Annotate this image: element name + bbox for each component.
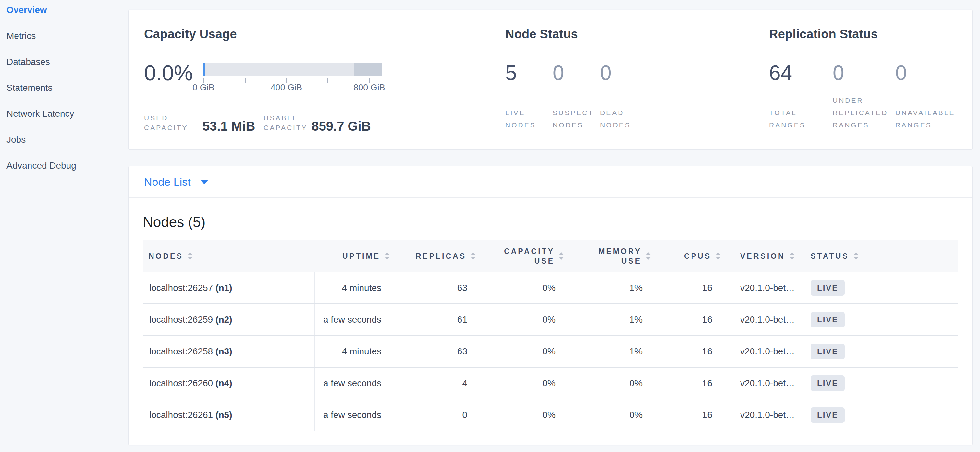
live-nodes-label: LIVE NODES	[505, 107, 548, 131]
used-capacity-label: USED CAPACITY	[144, 113, 187, 133]
node-list-selector-row: Node List	[129, 167, 972, 198]
sidebar-item-databases[interactable]: Databases	[6, 57, 128, 67]
table-row: localhost:26261(n5) a few seconds 0 0% 0…	[143, 399, 958, 431]
nodes-table-area: Nodes (5) NODES UPTIME REPLICAS CAPACITY…	[129, 214, 972, 431]
sidebar-item-overview[interactable]: Overview	[6, 5, 128, 15]
capacity-use-cell: 0%	[484, 272, 572, 304]
status-cell: LIVE	[798, 272, 958, 304]
replicas-cell: 63	[398, 336, 484, 367]
status-badge: LIVE	[811, 376, 845, 391]
node-name-cell[interactable]: localhost:26259(n2)	[143, 304, 315, 336]
axis-label-0gib: 0 GiB	[192, 83, 215, 93]
column-header-uptime[interactable]: UPTIME	[315, 240, 398, 272]
node-list-dropdown[interactable]: Node List	[144, 176, 208, 189]
sort-icon	[471, 252, 476, 260]
suspect-nodes-count: 0	[553, 63, 600, 83]
live-nodes-count: 5	[505, 63, 553, 83]
node-status-stats: 5 0 0 LIVE NODES SUSPECT NODES DEAD NODE…	[505, 63, 769, 131]
memory-use-cell: 1%	[572, 272, 659, 304]
nodes-table-heading: Nodes (5)	[143, 214, 958, 230]
suspect-nodes-label: SUSPECT NODES	[553, 107, 595, 131]
capacity-usage-title: Capacity Usage	[144, 27, 505, 41]
column-header-replicas[interactable]: REPLICAS	[398, 240, 484, 272]
status-cell: LIVE	[798, 336, 958, 367]
usable-capacity-value: 859.7 GiB	[312, 120, 371, 133]
node-name-cell[interactable]: localhost:26261(n5)	[143, 399, 315, 431]
replication-stats: 64 0 0 TOTAL RANGES UNDER-REPLICATED RAN…	[769, 63, 957, 131]
sort-icon	[789, 252, 795, 260]
sort-icon	[646, 252, 651, 260]
status-cell: LIVE	[798, 304, 958, 336]
memory-use-cell: 0%	[572, 399, 659, 431]
nodes-table: NODES UPTIME REPLICAS CAPACITY USE MEMOR…	[143, 240, 958, 431]
sidebar-item-advanced-debug[interactable]: Advanced Debug	[6, 161, 128, 171]
capacity-bar-used-indicator	[204, 63, 205, 76]
column-header-cpus[interactable]: CPUS	[659, 240, 729, 272]
sort-icon	[385, 252, 390, 260]
dead-nodes-label: DEAD NODES	[600, 107, 643, 131]
uptime-cell: 4 minutes	[315, 336, 398, 367]
capacity-use-cell: 0%	[484, 304, 572, 336]
capacity-stats: USED CAPACITY 53.1 MiB USABLE CAPACITY 8…	[144, 113, 505, 133]
node-name-cell[interactable]: localhost:26260(n4)	[143, 367, 315, 399]
version-cell: v20.1.0-bet…	[729, 272, 798, 304]
version-cell: v20.1.0-bet…	[729, 304, 798, 336]
capacity-axis-labels: 0 GiB 400 GiB 800 GiB	[204, 83, 369, 92]
capacity-usage-section: Capacity Usage 0.0% 0 GiB 400 GiB 800 Gi…	[144, 10, 505, 149]
column-header-nodes[interactable]: NODES	[143, 240, 315, 272]
sidebar-item-metrics[interactable]: Metrics	[6, 31, 128, 41]
replicas-cell: 61	[398, 304, 484, 336]
capacity-use-cell: 0%	[484, 399, 572, 431]
node-status-section: Node Status 5 0 0 LIVE NODES SUSPECT NOD…	[505, 10, 769, 149]
capacity-use-cell: 0%	[484, 336, 572, 367]
uptime-cell: a few seconds	[315, 399, 398, 431]
memory-use-cell: 1%	[572, 336, 659, 367]
sidebar: Overview Metrics Databases Statements Ne…	[0, 0, 128, 452]
unavailable-ranges-count: 0	[895, 63, 957, 83]
column-header-capacity-use[interactable]: CAPACITY USE	[484, 240, 572, 272]
used-capacity-value: 53.1 MiB	[202, 120, 255, 133]
sort-icon	[559, 252, 564, 260]
column-header-version[interactable]: VERSION	[729, 240, 798, 272]
column-header-status[interactable]: STATUS	[798, 240, 958, 272]
status-cell: LIVE	[798, 399, 958, 431]
capacity-bar-track	[204, 63, 382, 76]
uptime-cell: a few seconds	[315, 367, 398, 399]
under-replicated-ranges-label: UNDER-REPLICATED RANGES	[833, 94, 892, 131]
column-header-memory-use[interactable]: MEMORY USE	[572, 240, 659, 272]
sort-icon	[853, 252, 859, 260]
node-list-dropdown-label: Node List	[144, 176, 191, 189]
table-header-row: NODES UPTIME REPLICAS CAPACITY USE MEMOR…	[143, 240, 958, 272]
node-list-card: Node List Nodes (5) NODES UPTIME REPLICA…	[128, 166, 972, 445]
status-badge: LIVE	[811, 312, 845, 327]
capacity-use-cell: 0%	[484, 367, 572, 399]
sidebar-item-statements[interactable]: Statements	[6, 83, 128, 93]
memory-use-cell: 0%	[572, 367, 659, 399]
cpus-cell: 16	[659, 336, 729, 367]
node-status-title: Node Status	[505, 27, 769, 41]
replicas-cell: 63	[398, 272, 484, 304]
sidebar-item-network-latency[interactable]: Network Latency	[6, 109, 128, 119]
axis-label-800gib: 800 GiB	[353, 83, 385, 93]
total-ranges-label: TOTAL RANGES	[769, 107, 828, 131]
sidebar-item-jobs[interactable]: Jobs	[6, 135, 128, 144]
uptime-cell: a few seconds	[315, 304, 398, 336]
capacity-gauge-bar: 0 GiB 400 GiB 800 GiB	[204, 63, 382, 92]
replication-status-section: Replication Status 64 0 0 TOTAL RANGES U…	[769, 10, 957, 149]
cpus-cell: 16	[659, 272, 729, 304]
capacity-gauge: 0.0% 0 GiB 400 GiB 800 GiB	[144, 63, 505, 92]
table-row: localhost:26257(n1) 4 minutes 63 0% 1% 1…	[143, 272, 958, 304]
under-replicated-ranges-count: 0	[833, 63, 895, 83]
chevron-down-icon	[200, 180, 208, 184]
node-name-cell[interactable]: localhost:26257(n1)	[143, 272, 315, 304]
node-name-cell[interactable]: localhost:26258(n3)	[143, 336, 315, 367]
capacity-bar-reserved-segment	[354, 63, 382, 76]
status-badge: LIVE	[811, 280, 845, 296]
version-cell: v20.1.0-bet…	[729, 367, 798, 399]
version-cell: v20.1.0-bet…	[729, 399, 798, 431]
cpus-cell: 16	[659, 367, 729, 399]
main-content: Capacity Usage 0.0% 0 GiB 400 GiB 800 Gi…	[128, 10, 972, 445]
replicas-cell: 0	[398, 399, 484, 431]
uptime-cell: 4 minutes	[315, 272, 398, 304]
replication-status-title: Replication Status	[769, 27, 957, 41]
